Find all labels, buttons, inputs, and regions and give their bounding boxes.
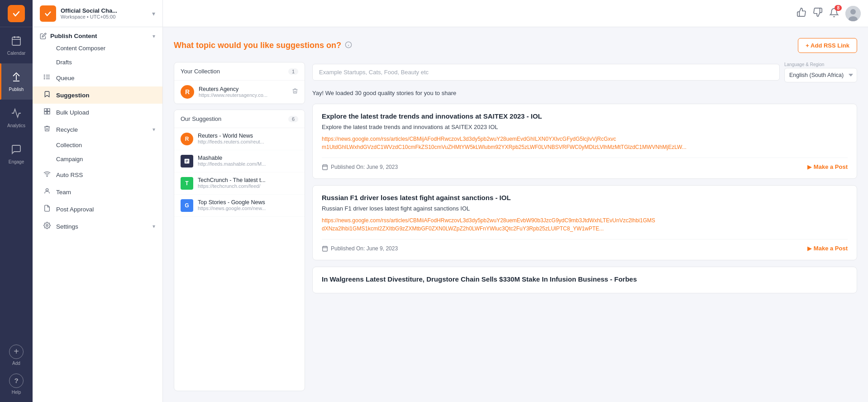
svg-rect-15 [44,112,47,114]
sidebar-item-settings[interactable]: Settings ▾ [33,218,162,235]
our-suggestion-section: Our Suggestion 6 R Reuters - World News … [174,110,305,391]
play-icon: ▶ [807,245,811,252]
queue-label: Queue [56,75,75,81]
search-row: Language & Region English (South Africa) [312,62,857,82]
publish-content-header: Publish Content [40,33,97,39]
sidebar-item-suggestion[interactable]: Suggestion [33,86,162,104]
team-label: Team [56,189,71,196]
sidebar-item-team[interactable]: Team [33,183,162,201]
suggestion-item-url: http://feeds.mashable.com/M... [198,161,298,167]
make-post-button[interactable]: ▶ Make a Post [807,163,848,170]
help-button[interactable]: ? Help [0,370,33,397]
language-select[interactable]: English (South Africa) [784,68,857,82]
like-icon[interactable] [796,7,806,19]
sidebar-item-engage[interactable]: Engage [0,136,33,172]
svg-rect-34 [323,246,328,251]
our-suggestion-header: Our Suggestion 6 [174,110,305,128]
svg-rect-30 [323,165,328,170]
sidebar-item-queue[interactable]: Queue [33,69,162,86]
sidebar-item-analytics[interactable]: Analytics [0,100,33,136]
settings-icon [43,222,52,231]
suggestion-icon [43,91,52,100]
settings-label: Settings [56,223,78,230]
suggestion-item-name: TechCrunch - The latest t... [198,177,298,183]
sidebar-item-post-approval[interactable]: Post Approval [33,201,162,218]
your-collection-section: Your Collection 1 R Reuters Agency https… [174,62,305,104]
sidebar-workspace-header[interactable]: Official Social Cha... Workspace • UTC+0… [33,0,162,27]
svg-point-19 [46,225,48,226]
stories-loaded: Yay! We loaded 30 good quality stories f… [312,89,857,97]
queue-icon [43,73,52,82]
article-footer: Published On: June 9, 2023 ▶ Make a Post [322,239,848,252]
icon-bar: Calendar Publish Analytics Engage [0,0,33,402]
add-label: Add [12,361,20,366]
app-logo [0,0,33,27]
sidebar-item-recycle[interactable]: Recycle ▾ [33,121,162,138]
suggestion-item-info: Top Stories - Google News https://news.g… [198,199,298,211]
language-select-wrapper: Language & Region English (South Africa) [784,62,857,82]
content-title-row: What topic would you like suggestions on… [174,41,352,50]
pencil-icon [40,33,47,39]
publish-icon [11,72,22,85]
add-rss-button[interactable]: + Add RSS Link [798,38,857,53]
avatar: G [181,199,193,212]
calendar-icon [322,245,328,252]
avatar: T [181,177,193,190]
article-link[interactable]: https://news.google.com/rss/articles/CBM… [322,216,848,233]
list-item: R Reuters Agency https://www.reutersagen… [174,81,305,104]
sidebar-item-content-composer[interactable]: Content Composer [33,41,162,55]
sidebar-item-campaign[interactable]: Campaign [33,152,162,166]
top-bar: 8 [163,0,868,27]
svg-point-17 [47,176,47,177]
sidebar-item-drafts[interactable]: Drafts [33,55,162,69]
list-item[interactable]: Mashable http://feeds.mashable.com/M... [174,150,305,172]
article-link[interactable]: https://news.google.com/rss/articles/CBM… [322,135,848,151]
icon-bar-bottom: + Add ? Help [0,341,33,402]
avatar [181,155,193,168]
make-post-button[interactable]: ▶ Make a Post [807,245,848,252]
article-title: Russian F1 driver loses latest fight aga… [322,194,848,201]
user-avatar[interactable] [845,6,861,21]
info-icon[interactable] [345,41,352,50]
article-title: Explore the latest trade trends and inno… [322,112,848,120]
content-title: What topic would you like suggestions on… [174,41,341,50]
your-collection-title: Your Collection [181,68,220,75]
workspace-chevron-icon[interactable]: ▾ [152,10,155,17]
search-input[interactable] [319,69,773,76]
collection-item-info: Reuters Agency https://www.reutersagency… [199,86,287,98]
collection-item-url: https://www.reutersagency.co... [199,92,287,98]
svg-rect-1 [12,37,20,45]
engage-icon [11,144,22,158]
article-card: In Walgreens Latest Divestiture, Drugsto… [312,267,857,293]
avatar: R [181,133,193,145]
workspace-name: Official Social Cha... [61,7,148,14]
svg-rect-14 [48,109,50,111]
sidebar-item-bulk-upload[interactable]: Bulk Upload [33,104,162,121]
content-area: What topic would you like suggestions on… [163,27,868,402]
team-icon [43,187,52,196]
list-item[interactable]: G Top Stories - Google News https://news… [174,195,305,217]
delete-icon[interactable] [292,88,298,96]
recycle-chevron-icon: ▾ [153,126,155,133]
suggestion-item-name: Top Stories - Google News [198,199,298,206]
bulk-upload-icon [43,108,52,117]
article-title: In Walgreens Latest Divestiture, Drugsto… [322,275,848,283]
make-post-label: Make a Post [814,163,848,170]
search-input-wrapper [312,64,780,81]
list-item[interactable]: R Reuters - World News http://feeds.reut… [174,128,305,150]
post-approval-icon [43,205,52,214]
publish-content-chevron-icon[interactable]: ▾ [153,33,155,39]
sidebar-item-calendar[interactable]: Calendar [0,27,33,63]
notification-bell[interactable]: 8 [829,8,839,19]
help-label: Help [12,390,21,395]
add-button[interactable]: + Add [0,341,33,368]
list-item[interactable]: T TechCrunch - The latest t... https://t… [174,172,305,195]
sidebar-item-auto-rss[interactable]: Auto RSS [33,166,162,183]
article-card: Explore the latest trade trends and inno… [312,104,857,179]
dislike-icon[interactable] [813,7,823,19]
post-approval-label: Post Approval [56,206,94,213]
sidebar-item-publish[interactable]: Publish [0,63,33,100]
play-icon: ▶ [807,164,811,170]
article-published: Published On: June 9, 2023 [331,164,398,170]
sidebar-item-collection[interactable]: Collection [33,138,162,152]
